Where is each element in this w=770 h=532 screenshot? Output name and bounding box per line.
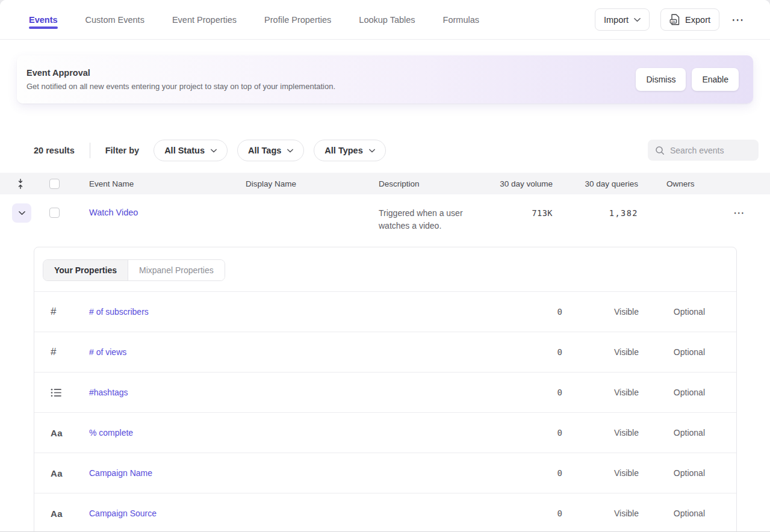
- property-requirement: Optional: [672, 509, 736, 518]
- property-name-link[interactable]: % complete: [89, 428, 502, 438]
- tags-filter-label: All Tags: [248, 146, 281, 155]
- properties-tabs-zone: Your Properties Mixpanel Properties: [34, 247, 736, 291]
- event-name-link[interactable]: Watch Video: [89, 203, 138, 217]
- property-name-link[interactable]: #hashtags: [89, 388, 502, 397]
- more-options-button[interactable]: ⋯: [730, 11, 746, 28]
- tab-formulas[interactable]: Formulas: [443, 0, 479, 39]
- tab-event-properties[interactable]: Event Properties: [172, 0, 237, 39]
- property-requirement: Optional: [672, 468, 736, 478]
- status-filter-label: All Status: [164, 146, 205, 155]
- column-header-event-name: Event Name: [89, 179, 246, 188]
- chevron-down-icon: [211, 149, 217, 153]
- property-requirement: Optional: [672, 388, 736, 397]
- property-requirement: Optional: [672, 347, 736, 357]
- chevron-down-icon: [19, 211, 25, 215]
- tab-custom-events[interactable]: Custom Events: [85, 0, 144, 39]
- chevron-down-icon: [369, 149, 375, 153]
- tab-profile-properties[interactable]: Profile Properties: [264, 0, 331, 39]
- collapse-all-icon[interactable]: [16, 179, 25, 189]
- tab-your-properties[interactable]: Your Properties: [43, 260, 128, 280]
- property-row: # # of views 0 Visible Optional: [34, 332, 736, 372]
- property-count: 0: [502, 509, 562, 518]
- property-visibility: Visible: [562, 307, 672, 317]
- events-table-header: Event Name Display Name Description 30 d…: [0, 173, 770, 194]
- property-visibility: Visible: [562, 509, 672, 518]
- properties-panel: Your Properties Mixpanel Properties # # …: [34, 247, 737, 532]
- nav-tabs: Events Custom Events Event Properties Pr…: [29, 0, 479, 39]
- types-filter-label: All Types: [324, 146, 362, 155]
- tab-formulas-label: Formulas: [443, 15, 479, 25]
- property-row: Aa Campaign Name 0 Visible Optional: [34, 453, 736, 493]
- property-visibility: Visible: [562, 468, 672, 478]
- import-button[interactable]: Import: [595, 8, 650, 31]
- property-name-link[interactable]: # of subscribers: [89, 307, 502, 317]
- column-header-volume: 30 day volume: [494, 179, 553, 188]
- export-button-label: Export: [685, 15, 710, 25]
- filter-by-label: Filter by: [105, 146, 139, 155]
- more-icon: ⋯: [733, 206, 745, 219]
- property-count: 0: [502, 468, 562, 478]
- text-type-icon: Aa: [34, 428, 89, 438]
- property-visibility: Visible: [562, 428, 672, 438]
- property-visibility: Visible: [562, 347, 672, 357]
- property-requirement: Optional: [672, 307, 736, 317]
- status-filter-dropdown[interactable]: All Status: [154, 140, 228, 161]
- banner-subtitle: Get notified on all new events entering …: [26, 82, 335, 91]
- number-type-icon: #: [34, 306, 89, 318]
- tab-lookup-tables[interactable]: Lookup Tables: [359, 0, 415, 39]
- row-more-button[interactable]: ⋯: [716, 203, 770, 218]
- property-count: 0: [502, 347, 562, 357]
- search-box: [648, 140, 759, 161]
- csv-icon-label: csv: [671, 20, 676, 23]
- property-row: Aa Campaign Source 0 Visible Optional: [34, 493, 736, 532]
- tab-events[interactable]: Events: [29, 0, 58, 39]
- banner-text: Event Approval Get notified on all new e…: [26, 68, 335, 91]
- column-header-description: Description: [379, 179, 494, 188]
- column-header-display-name: Display Name: [246, 179, 379, 188]
- tab-profile-properties-label: Profile Properties: [264, 15, 331, 25]
- lexicon-page: Events Custom Events Event Properties Pr…: [0, 0, 770, 532]
- tab-custom-events-label: Custom Events: [85, 15, 144, 25]
- filter-bar: 20 results Filter by All Status All Tags…: [34, 140, 770, 161]
- property-name-link[interactable]: Campaign Name: [89, 468, 502, 478]
- property-row: # # of subscribers 0 Visible Optional: [34, 291, 736, 332]
- event-description-line1: Triggered when a user: [379, 207, 494, 220]
- property-count: 0: [502, 428, 562, 438]
- divider: [90, 143, 90, 158]
- property-count: 0: [502, 307, 562, 317]
- tab-lookup-tables-label: Lookup Tables: [359, 15, 415, 25]
- property-count: 0: [502, 388, 562, 397]
- dismiss-button[interactable]: Dismiss: [636, 68, 686, 91]
- event-queries: 1,382: [553, 203, 638, 218]
- event-description: Triggered when a user watches a video.: [379, 203, 494, 232]
- row-checkbox[interactable]: [49, 208, 60, 218]
- number-type-icon: #: [34, 346, 89, 358]
- column-header-owners: Owners: [638, 179, 716, 188]
- list-type-icon: [34, 388, 89, 397]
- types-filter-dropdown[interactable]: All Types: [314, 140, 385, 161]
- tab-events-label: Events: [29, 15, 58, 25]
- tags-filter-dropdown[interactable]: All Tags: [237, 140, 304, 161]
- export-button[interactable]: csv Export: [660, 8, 719, 31]
- csv-file-icon: csv: [669, 14, 680, 25]
- nav-actions: Import csv Export ⋯: [595, 0, 746, 39]
- tab-mixpanel-properties[interactable]: Mixpanel Properties: [128, 260, 225, 280]
- property-visibility: Visible: [562, 388, 672, 397]
- collapse-row-button[interactable]: [12, 203, 31, 223]
- column-header-queries: 30 day queries: [553, 179, 638, 188]
- tab-event-properties-label: Event Properties: [172, 15, 237, 25]
- property-name-link[interactable]: # of views: [89, 347, 502, 357]
- event-row-watch-video: Watch Video Triggered when a user watche…: [0, 194, 770, 238]
- banner-title: Event Approval: [26, 68, 335, 78]
- property-name-link[interactable]: Campaign Source: [89, 509, 502, 518]
- property-row: Aa % complete 0 Visible Optional: [34, 412, 736, 453]
- property-row: #hashtags 0 Visible Optional: [34, 372, 736, 412]
- select-all-checkbox[interactable]: [49, 179, 60, 189]
- properties-tab-group: Your Properties Mixpanel Properties: [43, 259, 225, 281]
- event-description-line2: watches a video.: [379, 220, 494, 232]
- results-count: 20 results: [34, 146, 75, 155]
- search-input[interactable]: [670, 146, 748, 155]
- enable-button[interactable]: Enable: [692, 68, 739, 91]
- top-nav: Events Custom Events Event Properties Pr…: [0, 0, 770, 40]
- text-type-icon: Aa: [34, 509, 89, 519]
